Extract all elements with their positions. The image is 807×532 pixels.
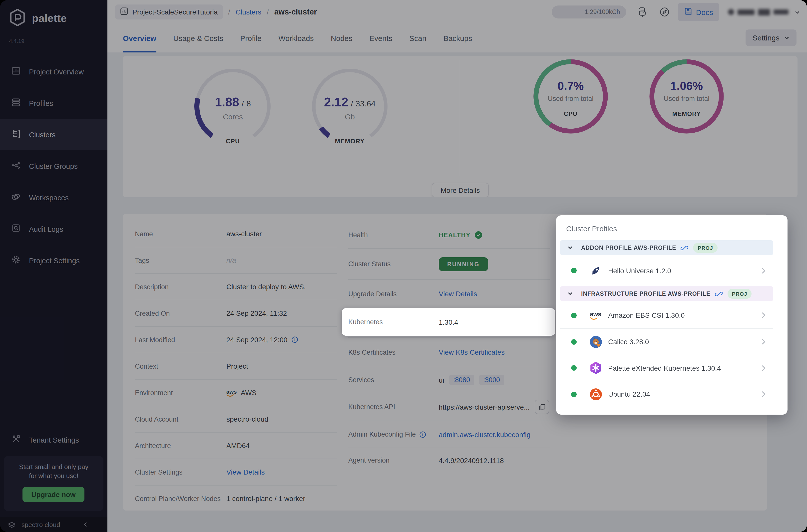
profile-layer-name: Hello Universe 1.2.0 — [608, 266, 671, 274]
chevron-down-icon — [567, 291, 573, 297]
calico-icon — [589, 335, 602, 348]
kubernetes-version-value: 1.30.4 — [439, 318, 458, 326]
profile-layer-name: Palette eXtended Kubernetes 1.30.4 — [608, 364, 721, 372]
addon-profile-name: ADDON PROFILE AWS-PROFILE — [581, 245, 676, 251]
palette-app: palette 4.4.19 Project Overview — [0, 0, 807, 532]
cluster-profiles-panel: Cluster Profiles ADDON PROFILE AWS-PROFI… — [556, 215, 788, 415]
profile-layer-name: Amazon EBS CSI 1.30.0 — [608, 311, 685, 319]
link-icon[interactable] — [715, 290, 722, 298]
profile-layer-name: Ubuntu 22.04 — [608, 390, 650, 398]
chevron-right-icon — [761, 312, 766, 319]
aws-icon: aws — [589, 309, 602, 322]
kubernetes-label: Kubernetes — [348, 318, 439, 326]
status-dot-green — [571, 365, 577, 370]
infrastructure-profile-header[interactable]: INFRASTRUCTURE PROFILE AWS-PROFILE PROJ — [560, 286, 773, 301]
status-dot-green — [571, 268, 577, 273]
pxk-icon — [589, 361, 602, 374]
profile-layer-ubuntu[interactable]: Ubuntu 22.04 — [560, 381, 773, 407]
chevron-right-icon — [761, 364, 766, 372]
scope-badge: PROJ — [727, 289, 752, 299]
profile-layer-name: Calico 3.28.0 — [608, 338, 649, 346]
infrastructure-profile-name: INFRASTRUCTURE PROFILE AWS-PROFILE — [581, 291, 710, 297]
chevron-right-icon — [761, 267, 766, 274]
profile-layer-amazon-ebs-csi[interactable]: aws Amazon EBS CSI 1.30.0 — [560, 302, 773, 329]
profile-layer-palette-extended-kubernetes[interactable]: Palette eXtended Kubernetes 1.30.4 — [560, 355, 773, 381]
addon-profile-header[interactable]: ADDON PROFILE AWS-PROFILE PROJ — [560, 240, 773, 255]
profile-layer-calico[interactable]: Calico 3.28.0 — [560, 329, 773, 355]
profile-layer-hello-universe[interactable]: Hello Universe 1.2.0 — [560, 255, 773, 286]
status-dot-green — [571, 339, 577, 344]
scope-badge: PROJ — [693, 243, 717, 253]
rocket-icon — [589, 264, 602, 277]
chevron-right-icon — [761, 338, 766, 345]
ubuntu-icon — [589, 388, 602, 401]
status-dot-green — [571, 392, 577, 397]
chevron-right-icon — [761, 391, 766, 398]
screen: palette 4.4.19 Project Overview — [0, 0, 807, 532]
status-dot-green — [571, 312, 577, 318]
link-icon[interactable] — [681, 244, 688, 251]
panel-title: Cluster Profiles — [566, 224, 617, 233]
chevron-down-icon — [567, 245, 573, 251]
kubernetes-version-spotlight-row[interactable]: Kubernetes 1.30.4 — [342, 308, 555, 336]
